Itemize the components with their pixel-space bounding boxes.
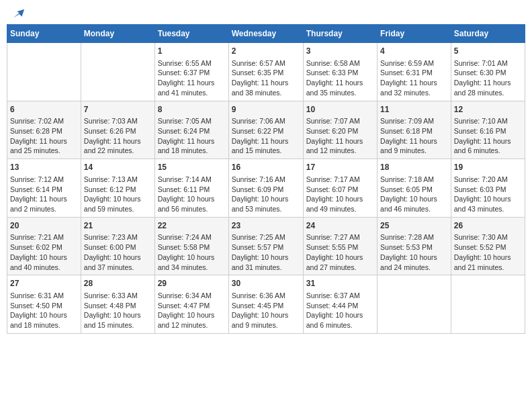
day-number: 4 (380, 46, 448, 57)
calendar-cell (7, 43, 81, 101)
calendar-cell: 6Sunrise: 7:02 AM Sunset: 6:28 PM Daylig… (7, 101, 81, 159)
weekday-header-sunday: Sunday (7, 25, 81, 43)
day-number: 29 (158, 278, 226, 289)
calendar-cell: 20Sunrise: 7:21 AM Sunset: 6:02 PM Dayli… (7, 217, 81, 275)
calendar-cell: 4Sunrise: 6:59 AM Sunset: 6:31 PM Daylig… (378, 43, 451, 101)
day-number: 3 (306, 46, 374, 57)
day-detail: Sunrise: 7:06 AM Sunset: 6:22 PM Dayligh… (232, 116, 300, 156)
day-number: 5 (454, 46, 522, 57)
calendar-cell: 1Sunrise: 6:55 AM Sunset: 6:37 PM Daylig… (154, 43, 228, 101)
weekday-header-wednesday: Wednesday (228, 25, 303, 43)
day-number: 11 (380, 104, 448, 116)
calendar-week-4: 20Sunrise: 7:21 AM Sunset: 6:02 PM Dayli… (7, 217, 525, 275)
day-detail: Sunrise: 6:59 AM Sunset: 6:31 PM Dayligh… (380, 58, 448, 98)
day-number: 23 (232, 220, 300, 232)
weekday-header-monday: Monday (81, 25, 154, 43)
day-detail: Sunrise: 6:55 AM Sunset: 6:37 PM Dayligh… (158, 58, 226, 98)
day-number: 10 (306, 104, 374, 116)
day-detail: Sunrise: 7:20 AM Sunset: 6:03 PM Dayligh… (454, 175, 522, 214)
day-detail: Sunrise: 7:28 AM Sunset: 5:53 PM Dayligh… (380, 232, 448, 272)
day-detail: Sunrise: 7:01 AM Sunset: 6:30 PM Dayligh… (454, 58, 522, 98)
calendar-cell: 21Sunrise: 7:23 AM Sunset: 6:00 PM Dayli… (81, 217, 154, 275)
calendar-cell: 23Sunrise: 7:25 AM Sunset: 5:57 PM Dayli… (228, 217, 303, 275)
calendar-cell: 2Sunrise: 6:57 AM Sunset: 6:35 PM Daylig… (228, 43, 303, 101)
day-detail: Sunrise: 7:16 AM Sunset: 6:09 PM Dayligh… (232, 175, 300, 214)
day-detail: Sunrise: 7:17 AM Sunset: 6:07 PM Dayligh… (306, 175, 374, 214)
logo (9, 7, 26, 19)
day-number: 28 (84, 278, 152, 289)
weekday-header-saturday: Saturday (451, 25, 525, 43)
calendar-cell (378, 275, 451, 334)
weekday-header-friday: Friday (378, 25, 451, 43)
calendar-cell: 10Sunrise: 7:07 AM Sunset: 6:20 PM Dayli… (303, 101, 377, 159)
day-number: 12 (454, 104, 522, 116)
calendar-cell: 13Sunrise: 7:12 AM Sunset: 6:14 PM Dayli… (7, 159, 81, 218)
weekday-header-row: SundayMondayTuesdayWednesdayThursdayFrid… (7, 25, 525, 43)
day-number: 26 (454, 220, 522, 232)
day-number: 24 (306, 220, 374, 232)
day-detail: Sunrise: 7:27 AM Sunset: 5:55 PM Dayligh… (306, 232, 374, 272)
day-number: 7 (84, 104, 152, 116)
day-detail: Sunrise: 7:10 AM Sunset: 6:16 PM Dayligh… (454, 116, 522, 156)
day-detail: Sunrise: 7:25 AM Sunset: 5:57 PM Dayligh… (232, 232, 300, 272)
day-number: 22 (158, 220, 226, 232)
calendar-cell: 11Sunrise: 7:09 AM Sunset: 6:18 PM Dayli… (378, 101, 451, 159)
day-number: 17 (306, 162, 374, 173)
day-number: 31 (306, 278, 374, 289)
calendar-cell (81, 43, 154, 101)
calendar-cell: 5Sunrise: 7:01 AM Sunset: 6:30 PM Daylig… (451, 43, 525, 101)
day-detail: Sunrise: 7:03 AM Sunset: 6:26 PM Dayligh… (84, 116, 152, 156)
day-detail: Sunrise: 7:23 AM Sunset: 6:00 PM Dayligh… (84, 232, 152, 272)
calendar-cell: 3Sunrise: 6:58 AM Sunset: 6:33 PM Daylig… (303, 43, 377, 101)
calendar-cell: 25Sunrise: 7:28 AM Sunset: 5:53 PM Dayli… (378, 217, 451, 275)
day-detail: Sunrise: 6:57 AM Sunset: 6:35 PM Dayligh… (232, 58, 300, 98)
day-detail: Sunrise: 7:02 AM Sunset: 6:28 PM Dayligh… (10, 116, 78, 156)
calendar-cell: 30Sunrise: 6:36 AM Sunset: 4:45 PM Dayli… (228, 275, 303, 334)
calendar-cell: 9Sunrise: 7:06 AM Sunset: 6:22 PM Daylig… (228, 101, 303, 159)
calendar-cell: 7Sunrise: 7:03 AM Sunset: 6:26 PM Daylig… (81, 101, 154, 159)
day-detail: Sunrise: 7:18 AM Sunset: 6:05 PM Dayligh… (380, 175, 448, 214)
day-number: 9 (232, 104, 300, 116)
calendar-week-3: 13Sunrise: 7:12 AM Sunset: 6:14 PM Dayli… (7, 159, 525, 218)
calendar-cell: 26Sunrise: 7:30 AM Sunset: 5:52 PM Dayli… (451, 217, 525, 275)
day-number: 15 (158, 162, 226, 173)
weekday-header-thursday: Thursday (303, 25, 377, 43)
day-detail: Sunrise: 6:58 AM Sunset: 6:33 PM Dayligh… (306, 58, 374, 98)
calendar-week-5: 27Sunrise: 6:31 AM Sunset: 4:50 PM Dayli… (7, 275, 525, 334)
day-detail: Sunrise: 7:21 AM Sunset: 6:02 PM Dayligh… (10, 232, 78, 272)
day-detail: Sunrise: 7:07 AM Sunset: 6:20 PM Dayligh… (306, 116, 374, 156)
day-detail: Sunrise: 7:24 AM Sunset: 5:58 PM Dayligh… (158, 232, 226, 272)
day-number: 25 (380, 220, 448, 232)
weekday-header-tuesday: Tuesday (154, 25, 228, 43)
day-detail: Sunrise: 6:33 AM Sunset: 4:48 PM Dayligh… (84, 291, 152, 330)
day-detail: Sunrise: 6:31 AM Sunset: 4:50 PM Dayligh… (10, 291, 78, 330)
page-header (7, 7, 525, 19)
day-number: 30 (232, 278, 300, 289)
calendar-cell: 28Sunrise: 6:33 AM Sunset: 4:48 PM Dayli… (81, 275, 154, 334)
svg-marker-0 (13, 9, 24, 18)
day-number: 13 (10, 162, 78, 173)
calendar-week-1: 1Sunrise: 6:55 AM Sunset: 6:37 PM Daylig… (7, 43, 525, 101)
day-detail: Sunrise: 6:37 AM Sunset: 4:44 PM Dayligh… (306, 291, 374, 330)
calendar-cell: 27Sunrise: 6:31 AM Sunset: 4:50 PM Dayli… (7, 275, 81, 334)
calendar-cell: 15Sunrise: 7:14 AM Sunset: 6:11 PM Dayli… (154, 159, 228, 218)
calendar-cell: 29Sunrise: 6:34 AM Sunset: 4:47 PM Dayli… (154, 275, 228, 334)
day-number: 1 (158, 46, 226, 57)
day-detail: Sunrise: 7:13 AM Sunset: 6:12 PM Dayligh… (84, 175, 152, 214)
day-detail: Sunrise: 6:34 AM Sunset: 4:47 PM Dayligh… (158, 291, 226, 330)
calendar-table: SundayMondayTuesdayWednesdayThursdayFrid… (7, 24, 525, 334)
calendar-cell: 17Sunrise: 7:17 AM Sunset: 6:07 PM Dayli… (303, 159, 377, 218)
day-number: 14 (84, 162, 152, 173)
day-number: 8 (158, 104, 226, 116)
day-detail: Sunrise: 7:09 AM Sunset: 6:18 PM Dayligh… (380, 116, 448, 156)
calendar-cell (451, 275, 525, 334)
calendar-week-2: 6Sunrise: 7:02 AM Sunset: 6:28 PM Daylig… (7, 101, 525, 159)
day-detail: Sunrise: 7:14 AM Sunset: 6:11 PM Dayligh… (158, 175, 226, 214)
calendar-cell: 19Sunrise: 7:20 AM Sunset: 6:03 PM Dayli… (451, 159, 525, 218)
calendar-cell: 18Sunrise: 7:18 AM Sunset: 6:05 PM Dayli… (378, 159, 451, 218)
day-detail: Sunrise: 7:05 AM Sunset: 6:24 PM Dayligh… (158, 116, 226, 156)
day-number: 6 (10, 104, 78, 116)
calendar-cell: 12Sunrise: 7:10 AM Sunset: 6:16 PM Dayli… (451, 101, 525, 159)
day-detail: Sunrise: 7:30 AM Sunset: 5:52 PM Dayligh… (454, 232, 522, 272)
day-detail: Sunrise: 7:12 AM Sunset: 6:14 PM Dayligh… (10, 175, 78, 214)
